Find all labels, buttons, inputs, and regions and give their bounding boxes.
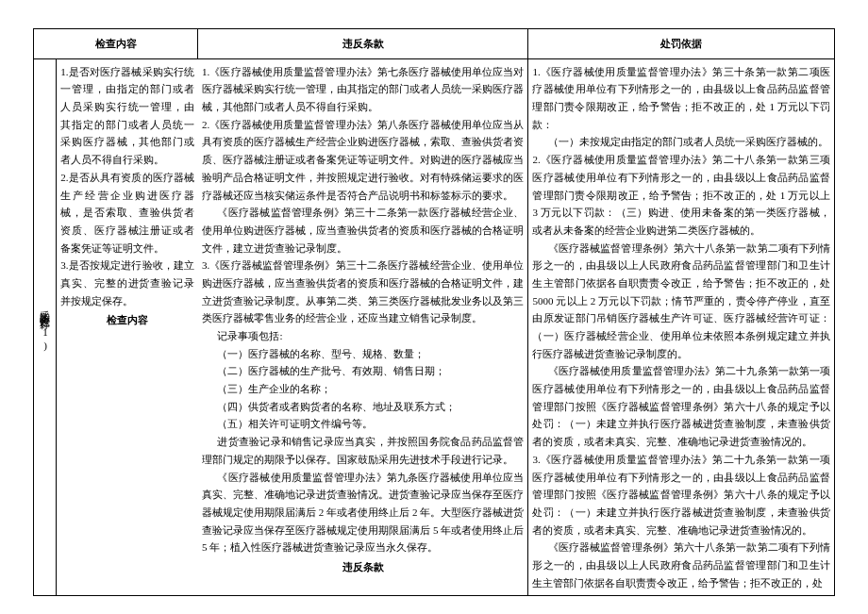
row-category-label: 采购验收贮存(1) (34, 58, 57, 596)
header-row: 检查内容 违反条款 处罚依据 (34, 29, 835, 59)
header-col1: 检查内容 (34, 29, 198, 59)
cell-check-content: 1.是否对医疗器械采购实行统一管理，由指定的部门或者人员采购实行统一管理，由其指… (57, 58, 198, 596)
cell-violation: 1.《医疗器械使用质量监督管理办法》第七条医疗器械使用单位应当对医疗器械采购实行… (198, 58, 528, 596)
header-col3: 违反条款 (198, 29, 528, 59)
header-col4: 处罚依据 (528, 29, 835, 59)
table-row: 采购验收贮存(1) 1.是否对医疗器械采购实行统一管理，由指定的部门或者人员采购… (34, 58, 835, 596)
cell-penalty: 1.《医疗器械使用质量监督管理办法》第三十条第一款第二项医疗器械使用单位有下列情… (528, 58, 835, 596)
regulation-table: 检查内容 违反条款 处罚依据 采购验收贮存(1) 1.是否对医疗器械采购实行统一… (33, 28, 835, 596)
